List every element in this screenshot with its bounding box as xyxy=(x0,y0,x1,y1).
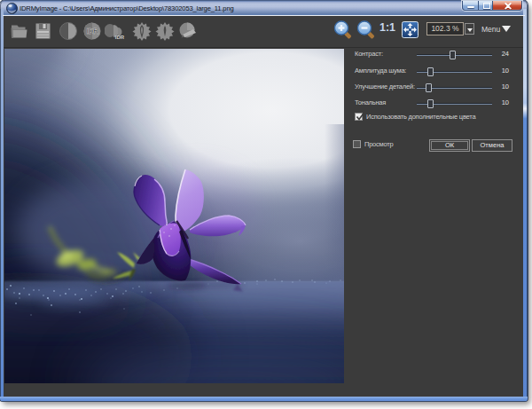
svg-text:IDR: IDR xyxy=(86,27,98,35)
svg-text:IDR: IDR xyxy=(115,35,125,40)
